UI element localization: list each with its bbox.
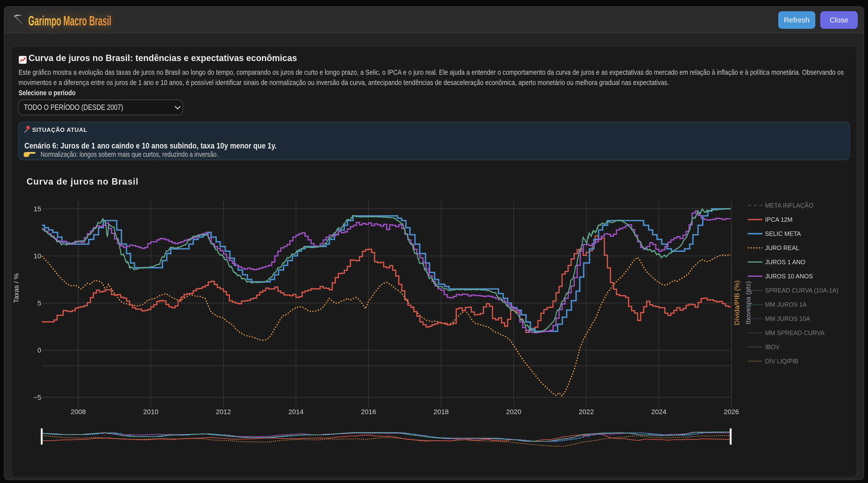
svg-text:Taxas / %: Taxas / %: [12, 273, 20, 303]
svg-text:5: 5: [37, 300, 41, 307]
svg-text:10: 10: [34, 252, 41, 260]
svg-text:MM SPREAD CURVA: MM SPREAD CURVA: [765, 330, 825, 336]
svg-text:IBOV: IBOV: [765, 344, 780, 350]
svg-text:Ibovespa (pts): Ibovespa (pts): [744, 281, 752, 324]
svg-text:−5: −5: [33, 394, 41, 401]
svg-text:SPREAD CURVA (10A-1A): SPREAD CURVA (10A-1A): [765, 287, 838, 294]
svg-text:JUROS 10 ANOS: JUROS 10 ANOS: [765, 273, 813, 280]
svg-text:2026: 2026: [724, 408, 739, 416]
svg-text:2012: 2012: [216, 408, 231, 416]
svg-text:0: 0: [37, 346, 41, 354]
svg-text:META INFLAÇÃO: META INFLAÇÃO: [765, 202, 813, 209]
svg-text:SELIC META: SELIC META: [765, 230, 801, 237]
svg-text:Dívida/PIB (%): Dívida/PIB (%): [733, 280, 741, 325]
svg-text:DIV LIQ/PIB: DIV LIQ/PIB: [765, 358, 798, 365]
svg-text:2008: 2008: [71, 408, 86, 416]
svg-text:2024: 2024: [651, 408, 666, 416]
svg-text:MM JUROS 1A: MM JUROS 1A: [765, 301, 807, 308]
svg-text:Curva de juros no Brasil: Curva de juros no Brasil: [27, 176, 138, 187]
svg-text:15: 15: [34, 205, 41, 213]
svg-text:2020: 2020: [506, 408, 521, 416]
svg-text:2022: 2022: [579, 408, 594, 416]
svg-text:2010: 2010: [143, 408, 158, 416]
svg-text:2016: 2016: [361, 408, 376, 416]
svg-text:2018: 2018: [434, 408, 448, 416]
svg-text:2014: 2014: [288, 408, 304, 416]
svg-text:IPCA 12M: IPCA 12M: [765, 216, 793, 223]
svg-text:JUROS 1 ANO: JUROS 1 ANO: [765, 259, 805, 265]
svg-text:JURO REAL: JURO REAL: [765, 245, 799, 251]
svg-text:MM JUROS 10A: MM JUROS 10A: [765, 315, 810, 322]
